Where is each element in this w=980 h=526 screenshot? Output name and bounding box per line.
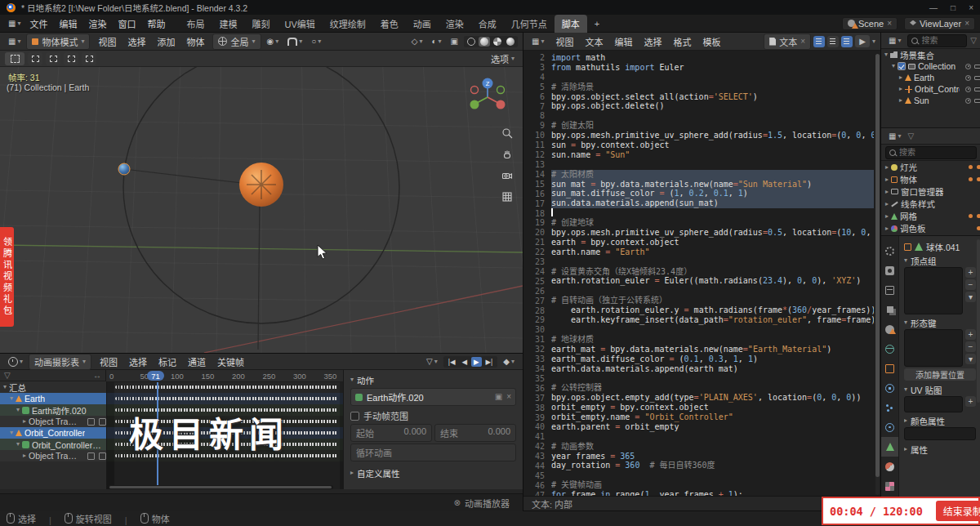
workspace-tab-纹理绘制[interactable]: 纹理绘制	[323, 15, 373, 33]
code-line-9[interactable]: # 创建太阳	[551, 121, 874, 131]
run-script-dropdown-icon[interactable]: ▾	[872, 38, 875, 45]
vertex-groups-panel-header[interactable]: ▾顶点组	[904, 254, 976, 267]
code-line-8[interactable]	[551, 111, 874, 121]
tool-select-box-button[interactable]	[5, 52, 24, 65]
filter-icon[interactable]: ▽	[970, 37, 977, 45]
remove-shape-key-button[interactable]: −	[965, 341, 976, 352]
keying-set-dropdown[interactable]: ◆▾	[500, 357, 518, 367]
properties-tab-particles[interactable]	[881, 398, 898, 417]
code-line-16[interactable]: sun_mat.diffuse_color = (1, 0.2, 0.1, 1)	[551, 189, 874, 198]
menu-渲染[interactable]: 渲染	[82, 17, 112, 30]
eye-icon[interactable]	[965, 98, 971, 104]
editor-type-icon[interactable]: ▦▾	[885, 36, 904, 46]
workspace-tab-渲染[interactable]: 渲染	[439, 15, 471, 33]
gizmo-x-axis[interactable]	[497, 100, 506, 109]
code-line-19[interactable]: # 创建地球	[551, 218, 874, 228]
code-line-45[interactable]	[551, 470, 874, 480]
code-line-14[interactable]: # 太阳材质	[551, 170, 874, 180]
cam-icon[interactable]	[974, 76, 980, 80]
text-menu-编辑[interactable]: 编辑	[608, 35, 638, 48]
workspace-tab-动画[interactable]: 动画	[406, 15, 439, 33]
channel-Object Transforms[interactable]: ▸Object Transforms	[0, 450, 106, 461]
text-menu-格式[interactable]: 格式	[667, 35, 697, 48]
editor-type-icon[interactable]: ▦▾	[885, 132, 904, 141]
end-frame-field[interactable]: 结束 0.000	[434, 424, 516, 442]
menu-窗口[interactable]: 窗口	[112, 17, 141, 30]
dopesheet-mode-dropdown[interactable]: 动画摄影表 ▾	[29, 354, 91, 370]
camera-view-icon[interactable]	[501, 170, 513, 183]
viewport-menu-添加[interactable]: 添加	[151, 35, 180, 48]
code-line-30[interactable]	[551, 325, 874, 335]
color-attributes-panel-header[interactable]: ▸颜色属性	[904, 414, 976, 427]
custom-properties-panel-header[interactable]: ▸自定义属性	[350, 466, 516, 479]
data-category-物体[interactable]: ▸物体	[881, 173, 980, 185]
filter-icon[interactable]: ▽	[907, 132, 914, 140]
code-lines[interactable]: import mathfrom mathutils import Euler# …	[551, 53, 874, 496]
channel-lock-icon[interactable]	[99, 418, 106, 426]
code-line-3[interactable]: from mathutils import Euler	[551, 63, 874, 73]
shape-keys-list[interactable]	[904, 329, 963, 367]
shading-solid-button[interactable]	[479, 37, 490, 47]
proportional-edit-toggle[interactable]: ○▾	[308, 37, 324, 47]
code-line-27[interactable]: # 自转动画（独立于公转系统）	[551, 296, 874, 305]
frame-ruler[interactable]: 05010015020025030035071	[106, 370, 343, 382]
editor-type-icon[interactable]: ▾	[5, 356, 26, 368]
workspace-tab-UV编辑[interactable]: UV编辑	[277, 15, 322, 33]
unlink-viewlayer-icon[interactable]: ×	[964, 20, 969, 28]
outliner-search-input[interactable]	[921, 36, 963, 45]
overlays-dropdown[interactable]: ◐▾	[428, 37, 444, 47]
code-line-26[interactable]	[551, 286, 874, 296]
channel-Earth动作.020[interactable]: ▾Earth动作.020	[0, 404, 106, 416]
properties-tab-material[interactable]	[881, 457, 898, 476]
properties-tab-world[interactable]	[881, 339, 898, 359]
properties-tab-data[interactable]	[881, 437, 898, 457]
app-menu-icon[interactable]: ▦▾	[5, 19, 24, 29]
texteditor-scrollbar[interactable]	[875, 54, 880, 495]
uv-maps-panel-header[interactable]: ▾UV 贴图	[904, 383, 976, 396]
manual-range-row[interactable]: 手动帧范围	[350, 409, 516, 422]
channel-Earth[interactable]: ▾Earth	[0, 393, 106, 404]
xray-toggle[interactable]: ▣	[448, 37, 461, 47]
outliner-row-Earth[interactable]: ▸Earth	[881, 72, 980, 83]
properties-editor[interactable]: 球体.041 ▾顶点组 + − ▾ ▾形态键 + −	[881, 235, 980, 511]
code-line-22[interactable]: earth.name = "Earth"	[551, 247, 874, 257]
move-hand-icon[interactable]	[501, 149, 513, 162]
tool-options-dropdown[interactable]: 选项▾	[491, 52, 518, 65]
code-line-28[interactable]: earth.rotation_euler.y = math.radians(fr…	[551, 305, 874, 315]
code-line-46[interactable]: # 关键帧动画	[551, 480, 874, 490]
cyclic-animation-button[interactable]: 循环动画	[350, 444, 516, 461]
action-panel-header[interactable]: ▾动作	[350, 373, 516, 386]
text-menu-文本[interactable]: 文本	[579, 35, 608, 48]
code-line-17[interactable]: sun.data.materials.append(sun_mat)	[551, 198, 874, 208]
data-category-灯光[interactable]: ▸灯光	[881, 161, 980, 173]
code-line-4[interactable]	[551, 73, 874, 82]
outliner-row-Sun[interactable]: ▸Sun	[881, 95, 980, 106]
fake-user-icon[interactable]: ▣	[495, 393, 502, 401]
code-line-38[interactable]: orbit_empty = bpy.context.object	[551, 403, 874, 412]
properties-tab-object[interactable]	[881, 359, 898, 378]
manual-range-checkbox[interactable]	[350, 412, 359, 421]
close-button[interactable]: ×	[969, 3, 973, 12]
channel-Orbit_Controller[interactable]: ▾Orbit_Controller	[0, 427, 106, 439]
keyframes-row[interactable]	[115, 386, 338, 389]
code-line-6[interactable]: bpy.ops.object.select_all(action='SELECT…	[551, 92, 874, 102]
play-button[interactable]: ▶	[471, 357, 482, 367]
datablocks-search-input[interactable]	[899, 148, 973, 157]
code-line-20[interactable]: bpy.ops.mesh.primitive_uv_sphere_add(rad…	[551, 228, 874, 238]
text-menu-选择[interactable]: 选择	[638, 35, 667, 48]
stop-playback-icon[interactable]: ⊗	[454, 499, 461, 507]
add-uv-map-button[interactable]: +	[965, 396, 976, 407]
properties-scrollbar[interactable]	[977, 239, 980, 403]
code-line-2[interactable]: import math	[551, 53, 874, 63]
code-line-32[interactable]: earth_mat = bpy.data.materials.new(name=…	[551, 345, 874, 354]
code-line-10[interactable]: bpy.ops.mesh.primitive_uv_sphere_add(rad…	[551, 131, 874, 140]
uv-maps-list[interactable]	[904, 396, 963, 412]
viewport-menu-选择[interactable]: 选择	[122, 35, 151, 48]
mode-dropdown[interactable]: 物体模式 ▾	[26, 33, 90, 50]
gizmos-dropdown[interactable]: ◇▾	[408, 37, 426, 47]
code-line-31[interactable]: # 地球材质	[551, 335, 874, 345]
syntax-highlight-toggle[interactable]	[841, 36, 853, 47]
line-numbers-toggle[interactable]	[813, 36, 825, 47]
shape-keys-panel-header[interactable]: ▾形态键	[904, 316, 976, 329]
outliner-row-Collection[interactable]: ▾Collection	[881, 60, 980, 72]
